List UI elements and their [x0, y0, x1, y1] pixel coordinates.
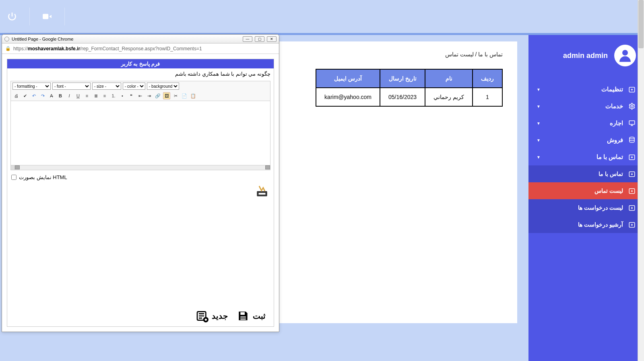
quote-icon[interactable]: ❝: [128, 92, 135, 99]
align-center-icon[interactable]: ≣: [92, 92, 99, 99]
save-label: ثبت: [253, 311, 266, 321]
scrollbar-thumb[interactable]: [638, 0, 644, 48]
svg-point-1: [622, 50, 628, 56]
html-view-toggle[interactable]: نمایش بصورت HTML: [11, 174, 270, 180]
link-icon[interactable]: 🔗: [154, 92, 161, 99]
clear-format-icon[interactable]: A̶: [48, 92, 55, 99]
font-select[interactable]: - font -: [52, 83, 91, 90]
editor-statusbar: [10, 165, 270, 170]
submenu-label: لیست درخواست ها: [578, 204, 623, 211]
menu-label: خدمات: [545, 103, 623, 110]
avatar: [614, 45, 636, 66]
popup-titlebar[interactable]: Untitled Page - Google Chrome — ▢ ✕: [2, 35, 279, 43]
menu-label: فروش: [545, 136, 623, 144]
table-row[interactable]: 1 كريم رحماني 05/16/2023 karim@yahoo.com: [316, 88, 502, 106]
spellcheck-icon[interactable]: ✔: [21, 92, 29, 99]
table-header-row: ردیف نام تاریخ ارسال آدرس ایمیل: [316, 69, 502, 88]
minimize-button[interactable]: —: [243, 36, 252, 42]
menu-label: تنظیمات: [545, 86, 623, 93]
chevron-down-icon: ▼: [537, 138, 541, 142]
url-text: https://moshaveramlak.bsfe.ir/rep_FormCo…: [13, 46, 202, 52]
grip-icon: [11, 165, 15, 170]
image-icon[interactable]: 🖼: [163, 92, 170, 99]
new-button[interactable]: جدید: [196, 309, 228, 322]
monitor-icon: [628, 120, 636, 127]
svg-rect-15: [240, 312, 245, 315]
th-name: نام: [425, 69, 473, 88]
outdent-icon[interactable]: ⇤: [136, 92, 144, 99]
print-icon[interactable]: 🖨: [12, 92, 20, 99]
topbar-divider: [29, 8, 30, 25]
form-header: فرم پاسخ به كاربر: [7, 59, 274, 68]
th-email: آدرس ایمیل: [316, 69, 380, 88]
cell-row: 1: [473, 88, 502, 106]
response-form-card: فرم پاسخ به كاربر چگونه مي توانم با شما …: [7, 59, 274, 327]
editor-toolbar-row-2: 🖨 ✔ ↶ ↷ A̶ B I U ≡ ≣ ≡ 1. • ❝ ⇤ ⇥ 🔗: [11, 91, 270, 101]
indent-icon[interactable]: ⇥: [145, 92, 153, 99]
message-subject: چگونه مي توانم با شما همكاري داشته باشم: [7, 68, 274, 79]
slider-thumb-right[interactable]: [265, 165, 270, 169]
slider-thumb-left[interactable]: [15, 165, 20, 169]
submenu-label: لیست تماس: [594, 188, 623, 194]
bold-icon[interactable]: B: [57, 92, 64, 99]
video-icon[interactable]: [41, 10, 53, 23]
html-view-checkbox[interactable]: [11, 175, 17, 180]
menu-rent[interactable]: اجاره ▼: [528, 115, 644, 132]
size-select[interactable]: - size -: [92, 83, 121, 90]
url-scheme: https://: [13, 46, 28, 52]
maximize-button[interactable]: ▢: [255, 36, 264, 42]
th-row: ردیف: [473, 69, 502, 88]
submenu-contact-list[interactable]: لیست تماس: [528, 182, 644, 199]
save-button[interactable]: ثبت: [237, 309, 266, 322]
italic-icon[interactable]: I: [66, 92, 73, 99]
chevron-down-icon: ▼: [537, 87, 541, 92]
svg-rect-0: [43, 14, 48, 19]
th-date: تاریخ ارسال: [380, 69, 425, 88]
page-scrollbar[interactable]: [638, 0, 644, 361]
editor-toolbar-row-1: - formatting - - font - - size - - color…: [11, 81, 270, 91]
submenu-label: آرشیو درخواست ها: [578, 221, 623, 228]
formatting-select[interactable]: - formatting -: [12, 83, 51, 90]
undo-icon[interactable]: ↶: [30, 92, 37, 99]
form-actions: جدید ثبت: [11, 309, 270, 322]
background-select[interactable]: - background -: [147, 83, 179, 90]
close-button[interactable]: ✕: [267, 36, 277, 42]
ordered-list-icon[interactable]: 1.: [110, 92, 117, 99]
copy-icon[interactable]: 📄: [181, 92, 188, 99]
power-icon[interactable]: [6, 10, 18, 23]
submenu-request-archive[interactable]: آرشیو درخواست ها: [528, 216, 644, 233]
color-select[interactable]: - color -: [123, 83, 145, 90]
submenu-request-list[interactable]: لیست درخواست ها: [528, 199, 644, 216]
calendar-plus-icon: [628, 204, 636, 211]
align-right-icon[interactable]: ≡: [101, 92, 108, 99]
topbar: [0, 0, 644, 33]
calendar-plus-icon: [628, 170, 636, 177]
submenu-contact-us[interactable]: تماس با ما: [528, 165, 644, 182]
redo-icon[interactable]: ↷: [39, 92, 46, 99]
new-label: جدید: [212, 311, 228, 321]
calendar-plus-icon: [628, 187, 636, 194]
submenu-label: تماس با ما: [599, 171, 623, 177]
calendar-plus-icon: [628, 221, 636, 228]
editor-textarea[interactable]: [10, 101, 270, 165]
save-draft-button[interactable]: [255, 184, 269, 198]
sidebar: admin admin تنظیمات ▼ خدمات ▼ اجاره ▼ فر…: [528, 35, 644, 361]
gear-icon: [628, 103, 636, 110]
address-bar[interactable]: 🔒 https://moshaveramlak.bsfe.ir/rep_Form…: [2, 43, 279, 54]
slider-track[interactable]: [15, 165, 270, 170]
url-host: moshaveramlak.bsfe.ir: [28, 46, 80, 52]
url-path: /rep_FormContact_Response.aspx?rowID_Com…: [80, 46, 202, 52]
align-left-icon[interactable]: ≡: [83, 92, 91, 99]
menu-contact[interactable]: تماس با ما ▼: [528, 149, 644, 165]
contacts-table: ردیف نام تاریخ ارسال آدرس ایمیل 1 كريم ر…: [316, 69, 503, 107]
unordered-list-icon[interactable]: •: [119, 92, 126, 99]
underline-icon[interactable]: U: [74, 92, 82, 99]
chevron-down-icon: ▼: [537, 155, 541, 159]
cut-icon[interactable]: ✂: [172, 92, 179, 99]
menu-settings[interactable]: تنظیمات ▼: [528, 81, 644, 98]
menu-label: تماس با ما: [545, 153, 623, 161]
paste-icon[interactable]: 📋: [190, 92, 197, 99]
chevron-down-icon: ▼: [537, 121, 541, 126]
menu-sale[interactable]: فروش ▼: [528, 132, 644, 149]
menu-services[interactable]: خدمات ▼: [528, 98, 644, 115]
